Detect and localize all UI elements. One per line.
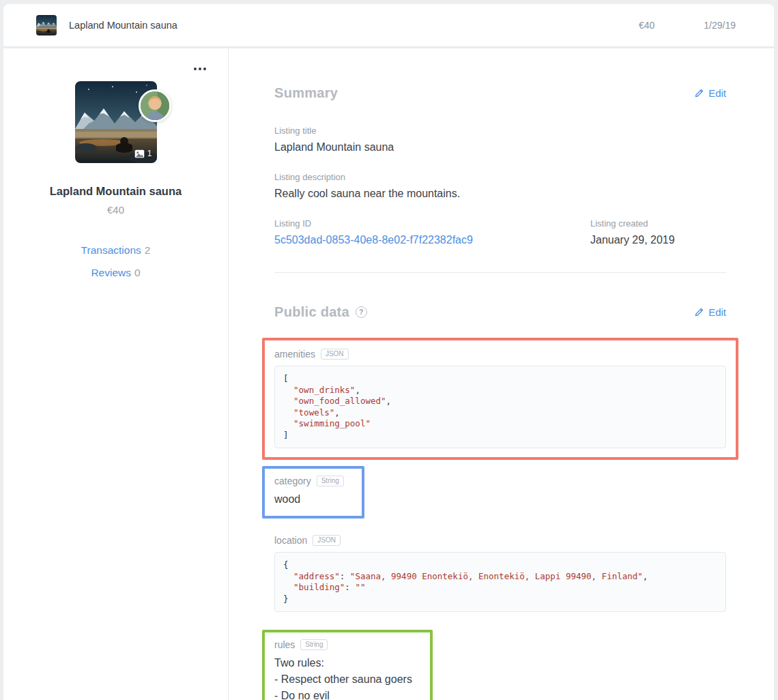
rules-type-badge: String bbox=[300, 639, 328, 650]
listing-title-field: Listing title Lapland Mountain sauna bbox=[274, 126, 726, 154]
ellipsis-icon bbox=[194, 68, 197, 70]
top-bar-price: €40 bbox=[639, 20, 654, 31]
transactions-count: 2 bbox=[145, 244, 151, 256]
sidebar-listing-title: Lapland Mountain sauna bbox=[3, 185, 228, 198]
sidebar-links: Transactions2 Reviews0 bbox=[3, 244, 228, 279]
listing-description-value: Really cool sauna near the mountains. bbox=[274, 188, 726, 200]
location-label: location bbox=[274, 535, 307, 546]
listing-description-label: Listing description bbox=[274, 172, 726, 182]
listing-created-label: Listing created bbox=[590, 218, 675, 229]
provider-avatar[interactable] bbox=[139, 89, 171, 122]
listing-title-label: Listing title bbox=[274, 126, 726, 136]
listing-created-field: Listing created January 29, 2019 bbox=[590, 218, 675, 246]
rules-field: rules String Two rules: - Respect other … bbox=[262, 630, 433, 700]
category-value: wood bbox=[274, 491, 344, 508]
sidebar-listing-price: €40 bbox=[3, 204, 228, 216]
reviews-link[interactable]: Reviews bbox=[91, 267, 131, 278]
category-field: category String wood bbox=[262, 466, 364, 519]
listing-sidebar: 1 Lapland Mountain sauna €40 Transaction… bbox=[3, 48, 229, 700]
public-data-edit-button[interactable]: Edit bbox=[694, 306, 726, 318]
amenities-field: amenities JSON [ "own_drinks", "own_food… bbox=[262, 338, 738, 460]
listing-description-field: Listing description Really cool sauna ne… bbox=[274, 172, 726, 200]
listing-created-value: January 29, 2019 bbox=[590, 234, 675, 246]
top-bar-listing-title: Lapland Mountain sauna bbox=[69, 20, 177, 31]
listing-thumbnail bbox=[36, 15, 57, 35]
location-code-box: { "address": "Saana, 99490 Enontekiö, En… bbox=[274, 552, 726, 612]
listing-detail-main: Summary Edit Listing title Lapland Mount… bbox=[229, 48, 774, 700]
pencil-icon bbox=[694, 307, 704, 317]
summary-heading: Summary bbox=[274, 85, 338, 101]
reviews-count: 0 bbox=[134, 267, 141, 278]
listing-id-link[interactable]: 5c503dad-0853-40e8-8e02-f7f22382fac9 bbox=[274, 234, 473, 246]
listing-title-value: Lapland Mountain sauna bbox=[274, 141, 726, 154]
reviews-link-row[interactable]: Reviews0 bbox=[3, 267, 228, 279]
listing-id-field: Listing ID 5c503dad-0853-40e8-8e02-f7f22… bbox=[274, 218, 590, 246]
transactions-link-row[interactable]: Transactions2 bbox=[3, 244, 228, 257]
category-type-badge: String bbox=[317, 476, 344, 486]
amenities-type-badge: JSON bbox=[321, 349, 349, 360]
category-label: category bbox=[274, 476, 311, 486]
top-bar-date: 1/29/19 bbox=[704, 20, 736, 31]
rules-value: Two rules: - Respect other sauna goers -… bbox=[274, 655, 412, 700]
photo-count: 1 bbox=[147, 149, 152, 158]
public-data-section: Public data ? Edit amenities JSON [ "own… bbox=[274, 273, 726, 700]
content-panel: 1 Lapland Mountain sauna €40 Transaction… bbox=[3, 48, 774, 700]
pencil-icon bbox=[694, 88, 704, 98]
amenities-label: amenities bbox=[274, 349, 315, 360]
listing-photo-wrap: 1 bbox=[75, 81, 157, 163]
top-bar: Lapland Mountain sauna €40 1/29/19 bbox=[3, 4, 774, 46]
location-field: location JSON { "address": "Saana, 99490… bbox=[274, 535, 726, 612]
summary-edit-button[interactable]: Edit bbox=[694, 87, 726, 99]
photo-count-badge: 1 bbox=[134, 149, 152, 158]
help-circle-icon[interactable]: ? bbox=[356, 306, 367, 318]
summary-section: Summary Edit Listing title Lapland Mount… bbox=[274, 48, 726, 273]
photo-icon bbox=[134, 149, 145, 158]
amenities-code-box: [ "own_drinks", "own_food_allowed", "tow… bbox=[274, 366, 726, 448]
listing-id-label: Listing ID bbox=[274, 218, 590, 229]
location-type-badge: JSON bbox=[313, 535, 341, 546]
public-data-heading: Public data ? bbox=[274, 304, 367, 320]
transactions-link[interactable]: Transactions bbox=[81, 244, 141, 256]
more-options-button[interactable] bbox=[191, 65, 209, 73]
rules-label: rules bbox=[274, 639, 295, 650]
